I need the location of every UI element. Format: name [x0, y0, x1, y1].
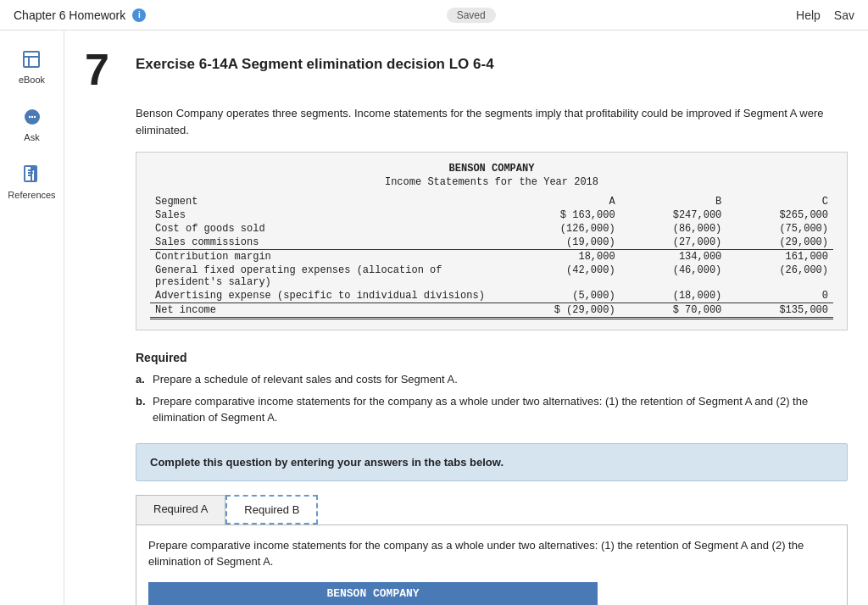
row-a: (5,000): [492, 289, 620, 303]
income-statement-wrapper: BENSON COMPANY Income Statements for the…: [136, 152, 848, 330]
topbar-right: Help Sav: [796, 8, 854, 22]
tab-content: Prepare comparative income statements fo…: [136, 525, 848, 606]
row-label: Sales commissions: [150, 236, 492, 250]
sidebar-item-references[interactable]: References: [8, 163, 55, 200]
info-icon[interactable]: i: [132, 8, 146, 22]
table-row: Sales $ 163,000 $247,000 $265,000: [150, 208, 833, 222]
row-a: (19,000): [492, 236, 620, 250]
topbar-center: Saved: [447, 8, 496, 21]
row-c: (75,000): [726, 222, 833, 236]
question-description: Benson Company operates three segments. …: [136, 105, 848, 138]
row-label: Net income: [150, 303, 492, 319]
row-b: $247,000: [620, 208, 727, 222]
row-c: $135,000: [726, 303, 833, 319]
main-layout: eBook Ask: [0, 31, 868, 605]
table-row: Cost of goods sold (126,000) (86,000) (7…: [150, 222, 833, 236]
question-header: 7 Exercise 6-14A Segment elimination dec…: [85, 47, 848, 92]
topbar: Chapter 6 Homework i Saved Help Sav: [0, 0, 868, 31]
req-label-a: a.: [136, 371, 145, 388]
row-b: (46,000): [620, 264, 727, 289]
question-body: Benson Company operates three segments. …: [136, 105, 848, 605]
svg-rect-0: [24, 52, 39, 67]
topbar-left: Chapter 6 Homework i: [14, 8, 146, 22]
row-c: (26,000): [726, 264, 833, 289]
row-a: (42,000): [492, 264, 620, 289]
required-section: Required a. Prepare a schedule of releva…: [136, 351, 848, 426]
row-a: 18,000: [492, 250, 620, 264]
col-segment: Segment: [150, 195, 492, 208]
sidebar-item-ask[interactable]: Ask: [20, 105, 44, 142]
row-b: (86,000): [620, 222, 727, 236]
references-label: References: [8, 190, 55, 200]
col-a: A: [492, 195, 620, 208]
complete-box: Complete this question by entering your …: [136, 443, 848, 481]
tab-required-a[interactable]: Required A: [136, 495, 225, 525]
row-c: (29,000): [726, 236, 833, 250]
tabs-wrapper: Required A Required B: [136, 495, 848, 525]
row-c: 161,000: [726, 250, 833, 264]
ebook-label: eBook: [19, 75, 45, 85]
required-list: a. Prepare a schedule of relevant sales …: [136, 371, 848, 426]
row-c: $265,000: [726, 208, 833, 222]
table-row-net-income: Net income $ (29,000) $ 70,000 $135,000: [150, 303, 833, 319]
saved-badge: Saved: [447, 8, 496, 23]
row-a: $ (29,000): [492, 303, 620, 319]
question-title: Exercise 6-14A Segment elimination decis…: [136, 47, 494, 73]
row-b: 134,000: [620, 250, 727, 264]
chat-icon: [20, 105, 44, 129]
col-b: B: [620, 195, 727, 208]
sidebar-item-ebook[interactable]: eBook: [19, 47, 45, 85]
complete-box-text: Complete this question by entering your …: [150, 456, 833, 469]
req-label-b: b.: [136, 393, 146, 410]
save-link[interactable]: Sav: [834, 8, 854, 22]
row-a: $ 163,000: [492, 208, 620, 222]
content: 7 Exercise 6-14A Segment elimination dec…: [64, 31, 868, 605]
document-icon: [19, 163, 43, 186]
required-title: Required: [136, 351, 848, 364]
row-b: (27,000): [620, 236, 727, 250]
list-item: b. Prepare comparative income statements…: [136, 393, 848, 426]
table-row: Sales commissions (19,000) (27,000) (29,…: [150, 236, 833, 250]
help-link[interactable]: Help: [796, 8, 821, 22]
row-a: (126,000): [492, 222, 620, 236]
table-row: Contribution margin 18,000 134,000 161,0…: [150, 250, 833, 264]
col-c: C: [726, 195, 833, 208]
sidebar: eBook Ask: [0, 31, 64, 605]
benson-company-title: BENSON COMPANY: [148, 582, 598, 605]
tab-required-b[interactable]: Required B: [225, 495, 318, 525]
ask-label: Ask: [24, 132, 39, 142]
question-number: 7: [85, 47, 119, 92]
benson-table-wrapper: BENSON COMPANY Comparative Income Statem…: [148, 582, 598, 606]
income-statement-company: BENSON COMPANY: [150, 163, 833, 175]
row-b: (18,000): [620, 289, 727, 303]
svg-point-5: [31, 116, 32, 118]
row-label: Sales: [150, 208, 492, 222]
row-label: Contribution margin: [150, 250, 492, 264]
list-item: a. Prepare a schedule of relevant sales …: [136, 371, 848, 388]
book-icon: [19, 47, 43, 71]
svg-point-6: [33, 116, 35, 118]
table-row: Advertising expense (specific to individ…: [150, 289, 833, 303]
svg-point-4: [28, 116, 30, 118]
income-statement-table: Segment A B C Sales $ 163,000 $247,000 $…: [150, 195, 833, 319]
row-label: General fixed operating expenses (alloca…: [150, 264, 492, 289]
income-statement-subtitle: Income Statements for the Year 2018: [150, 176, 833, 188]
row-c: 0: [726, 289, 833, 303]
tab-description: Prepare comparative income statements fo…: [148, 537, 835, 570]
table-row: General fixed operating expenses (alloca…: [150, 264, 833, 289]
chapter-title: Chapter 6 Homework: [14, 8, 125, 22]
row-b: $ 70,000: [620, 303, 727, 319]
row-label: Cost of goods sold: [150, 222, 492, 236]
row-label: Advertising expense (specific to individ…: [150, 289, 492, 303]
